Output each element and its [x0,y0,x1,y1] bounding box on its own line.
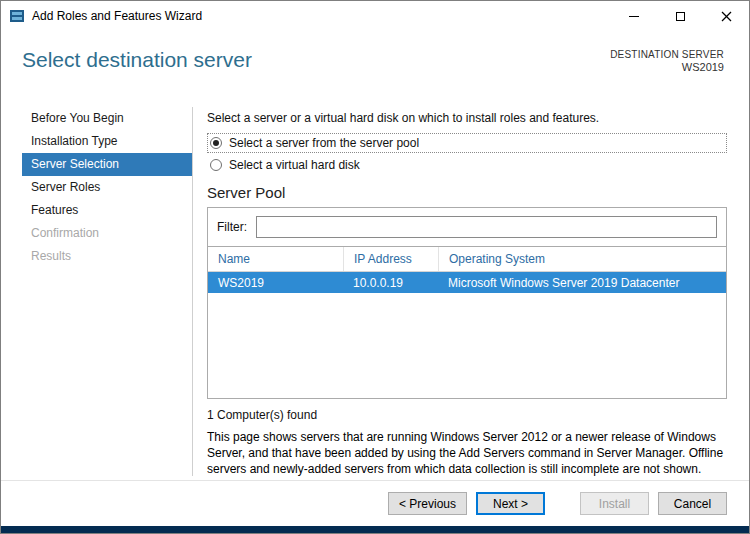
sidebar-item-before-you-begin[interactable]: Before You Begin [22,107,192,130]
sidebar-item-installation-type[interactable]: Installation Type [22,130,192,153]
server-pool-box: Filter: Name IP Address Operating System… [207,207,727,399]
sidebar-item-server-selection[interactable]: Server Selection [22,153,192,176]
cell-name: WS2019 [208,276,343,290]
column-header-ip-address[interactable]: IP Address [343,247,438,271]
column-header-name[interactable]: Name [208,247,343,271]
wizard-window: Add Roles and Features Wizard Select des… [0,0,750,534]
computers-found-text: 1 Computer(s) found [207,408,727,422]
wizard-header: Select destination server DESTINATION SE… [1,31,749,99]
table-empty-area [208,293,726,398]
cell-operating-system: Microsoft Windows Server 2019 Datacenter [438,276,726,290]
wizard-footer: < Previous Next > Install Cancel [1,480,749,526]
minimize-icon [629,16,639,17]
maximize-button[interactable] [657,1,703,31]
wizard-nav: Before You Begin Installation Type Serve… [22,99,192,480]
filter-input[interactable] [256,216,717,238]
column-header-operating-system[interactable]: Operating System [438,247,726,271]
close-icon [721,11,732,22]
radio-virtual-hard-disk-label: Select a virtual hard disk [229,158,360,172]
cancel-button[interactable]: Cancel [658,492,727,515]
page-description: This page shows servers that are running… [207,429,727,478]
destination-server-value: WS2019 [610,61,724,73]
sidebar-item-confirmation: Confirmation [22,222,192,245]
intro-text: Select a server or a virtual hard disk o… [207,111,727,125]
table-row[interactable]: WS2019 10.0.0.19 Microsoft Windows Serve… [208,272,726,293]
window-title: Add Roles and Features Wizard [32,9,202,23]
filter-row: Filter: [208,208,726,246]
previous-button[interactable]: < Previous [388,492,467,515]
radio-server-pool-label: Select a server from the server pool [229,136,419,150]
sidebar-item-features[interactable]: Features [22,199,192,222]
radio-virtual-hard-disk[interactable]: Select a virtual hard disk [207,156,727,174]
minimize-button[interactable] [611,1,657,31]
filter-label: Filter: [217,220,247,234]
destination-server-label: DESTINATION SERVER [610,49,724,60]
radio-selected-icon [210,137,222,149]
wizard-body: Before You Begin Installation Type Serve… [1,99,749,480]
table-header-row: Name IP Address Operating System [208,247,726,272]
radio-unselected-icon [210,159,222,171]
close-button[interactable] [703,1,749,31]
next-button[interactable]: Next > [476,492,545,515]
radio-server-pool[interactable]: Select a server from the server pool [207,133,727,153]
sidebar-item-server-roles[interactable]: Server Roles [22,176,192,199]
main-content: Select a server or a virtual hard disk o… [193,99,749,480]
window-controls [611,1,749,31]
titlebar: Add Roles and Features Wizard [1,1,749,31]
server-pool-heading: Server Pool [207,184,727,201]
cell-ip-address: 10.0.0.19 [343,276,438,290]
install-button: Install [580,492,649,515]
destination-server-block: DESTINATION SERVER WS2019 [610,49,724,73]
app-icon [9,8,25,24]
sidebar-item-results: Results [22,245,192,268]
maximize-icon [676,12,685,21]
server-table: Name IP Address Operating System WS2019 … [208,246,726,398]
accent-strip [1,526,749,533]
